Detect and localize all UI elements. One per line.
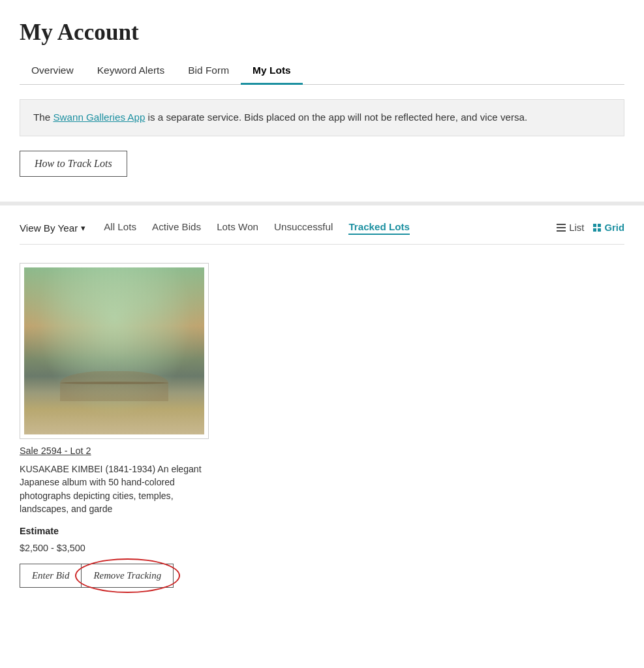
view-by-year-label: View By Year <box>20 222 78 234</box>
list-icon <box>557 224 566 232</box>
tabs-nav: Overview Keyword Alerts Bid Form My Lots <box>20 57 624 85</box>
view-toggle: List Grid <box>557 222 624 233</box>
grid-icon <box>593 224 601 232</box>
lot-actions: Enter Bid Remove Tracking <box>20 564 209 588</box>
lot-image <box>24 267 204 434</box>
view-grid-label: Grid <box>604 222 624 233</box>
filter-tab-all-lots[interactable]: All Lots <box>104 221 136 235</box>
lot-sale-anchor[interactable]: Sale 2594 - Lot 2 <box>20 446 91 456</box>
filter-tab-lots-won[interactable]: Lots Won <box>217 221 258 235</box>
remove-tracking-button[interactable]: Remove Tracking <box>82 564 174 588</box>
filter-tab-unsuccessful[interactable]: Unsuccessful <box>274 221 333 235</box>
section-divider <box>0 202 644 205</box>
lot-sale-link: Sale 2594 - Lot 2 <box>20 446 209 456</box>
view-grid-option[interactable]: Grid <box>593 222 624 233</box>
swann-galleries-app-link[interactable]: Swann Galleries App <box>53 112 145 123</box>
filter-tabs: All Lots Active Bids Lots Won Unsuccessf… <box>104 221 557 235</box>
tab-overview[interactable]: Overview <box>20 58 85 85</box>
notice-banner: The Swann Galleries App is a separate se… <box>20 99 624 136</box>
view-by-year-dropdown[interactable]: View By Year ▾ <box>20 222 85 234</box>
filter-tab-tracked-lots[interactable]: Tracked Lots <box>348 221 410 235</box>
view-list-label: List <box>569 222 584 233</box>
tab-my-lots[interactable]: My Lots <box>241 58 303 85</box>
lots-grid: Sale 2594 - Lot 2 KUSAKABE KIMBEI (1841-… <box>20 263 624 588</box>
notice-text-after: is a separate service. Bids placed on th… <box>145 112 527 123</box>
tab-keyword-alerts[interactable]: Keyword Alerts <box>85 58 176 85</box>
how-to-track-lots-button[interactable]: How to Track Lots <box>20 151 127 177</box>
remove-tracking-wrapper: Remove Tracking <box>82 564 174 588</box>
chevron-down-icon: ▾ <box>81 223 85 233</box>
lot-estimate-value: $2,500 - $3,500 <box>20 543 209 553</box>
page-title: My Account <box>20 20 624 46</box>
filter-tab-active-bids[interactable]: Active Bids <box>152 221 201 235</box>
notice-text-before: The <box>33 112 53 123</box>
lot-description: KUSAKABE KIMBEI (1841-1934) An elegant J… <box>20 463 209 516</box>
lot-image-wrapper <box>20 263 209 439</box>
lot-card: Sale 2594 - Lot 2 KUSAKABE KIMBEI (1841-… <box>20 263 209 588</box>
filter-bar: View By Year ▾ All Lots Active Bids Lots… <box>20 221 624 245</box>
view-list-option[interactable]: List <box>557 222 584 233</box>
page-wrapper: My Account Overview Keyword Alerts Bid F… <box>0 0 644 627</box>
lot-estimate-label: Estimate <box>20 526 209 536</box>
enter-bid-button[interactable]: Enter Bid <box>20 564 82 588</box>
tab-bid-form[interactable]: Bid Form <box>176 58 241 85</box>
